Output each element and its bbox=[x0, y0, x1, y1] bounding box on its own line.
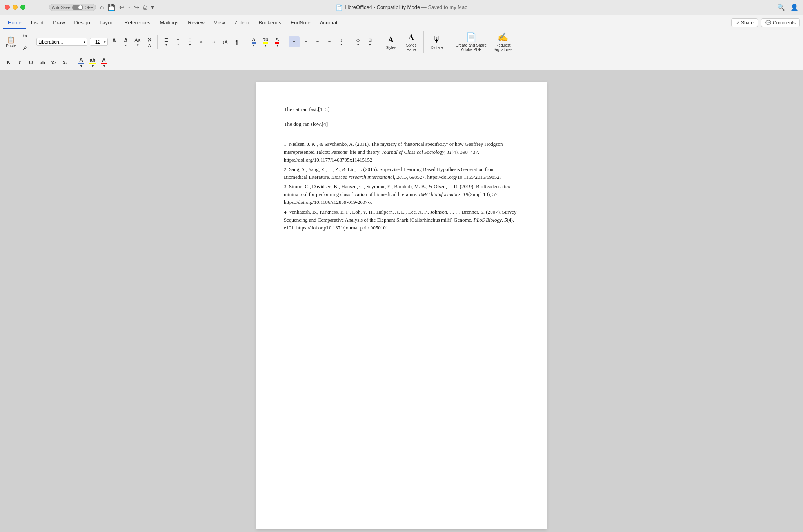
paste-group: 📋 Paste ✂ 🖌 bbox=[3, 31, 33, 53]
font-dropdown-icon[interactable]: ▾ bbox=[84, 40, 85, 44]
clear-format-button[interactable]: ✕A bbox=[144, 35, 155, 49]
dictate-label: Dictate bbox=[431, 45, 443, 50]
text-color-dropdown[interactable]: ▾ bbox=[276, 44, 278, 47]
tab-references[interactable]: References bbox=[120, 17, 155, 29]
indent-decrease-button[interactable]: ⇤ bbox=[196, 36, 207, 47]
font-color-button[interactable]: A ▾ bbox=[248, 35, 259, 49]
minimize-button[interactable] bbox=[13, 5, 18, 10]
numbering-button[interactable]: ≡▾ bbox=[173, 36, 183, 47]
highlight2-button[interactable]: ab ▾ bbox=[87, 56, 98, 69]
document-area[interactable]: The cat ran fast.[1–3] The dog ran slow.… bbox=[0, 70, 803, 532]
text-color-button[interactable]: A ▾ bbox=[272, 35, 283, 49]
tab-draw[interactable]: Draw bbox=[48, 17, 69, 29]
text-color2-button[interactable]: A ▾ bbox=[99, 56, 109, 69]
tab-view[interactable]: View bbox=[209, 17, 230, 29]
show-formatting-button[interactable]: ¶ bbox=[231, 36, 242, 47]
line-spacing-button[interactable]: ↕▾ bbox=[336, 36, 347, 47]
close-button[interactable] bbox=[5, 5, 10, 10]
tab-insert[interactable]: Insert bbox=[26, 17, 49, 29]
format-painter-button[interactable]: 🖌 bbox=[20, 42, 31, 53]
share-button[interactable]: ↗ Share bbox=[731, 18, 758, 27]
increase-font-button[interactable]: A+ bbox=[109, 36, 120, 48]
tab-acrobat[interactable]: Acrobat bbox=[315, 17, 342, 29]
autosave-toggle[interactable] bbox=[72, 5, 83, 10]
italic-button[interactable]: I bbox=[15, 58, 25, 68]
tab-mailings[interactable]: Mailings bbox=[155, 17, 183, 29]
tab-endnote[interactable]: EndNote bbox=[286, 17, 315, 29]
highlight-dropdown[interactable]: ▾ bbox=[265, 44, 267, 47]
superscript-button[interactable]: X2 bbox=[60, 58, 70, 68]
ref2-num: 2. bbox=[284, 166, 289, 172]
styles-pane-label: Styles Pane bbox=[406, 43, 416, 52]
undo-icon[interactable]: ↩ bbox=[119, 4, 124, 11]
styles-button[interactable]: 𝐀 Styles bbox=[381, 33, 401, 51]
font-size-dropdown-icon[interactable]: ▾ bbox=[104, 40, 106, 44]
redo-icon[interactable]: ↪ bbox=[134, 4, 139, 11]
font-size-select[interactable]: 12 ▾ bbox=[90, 38, 108, 46]
align-right-button[interactable]: ≡ bbox=[312, 36, 323, 47]
tab-home[interactable]: Home bbox=[3, 17, 26, 29]
font-color2-dropdown[interactable]: ▾ bbox=[80, 64, 82, 68]
text-color2-dropdown[interactable]: ▾ bbox=[103, 64, 105, 68]
undo-dropdown-icon[interactable]: ▾ bbox=[128, 5, 130, 9]
comments-button[interactable]: 💬 Comments bbox=[761, 18, 800, 27]
font-family-select[interactable]: Liberation... ▾ bbox=[36, 38, 87, 46]
align-center-button[interactable]: ≡ bbox=[300, 36, 311, 47]
decrease-font-button[interactable]: A- bbox=[120, 36, 131, 48]
cut-button[interactable]: ✂ bbox=[20, 31, 31, 42]
adobe-group: 📄 Create and Share Adobe PDF ✍ Request S… bbox=[452, 31, 518, 53]
traffic-lights[interactable] bbox=[5, 5, 25, 10]
toolbar-controls: AutoSave OFF ⌂ 💾 ↩ ▾ ↪ ⎙ ▾ bbox=[49, 4, 154, 11]
font-color2-button[interactable]: A ▾ bbox=[76, 56, 86, 69]
ref3-underline1: Davidsen bbox=[312, 183, 331, 189]
change-case-button[interactable]: Aa▾ bbox=[132, 36, 143, 48]
multilevel-button[interactable]: ⋮▾ bbox=[184, 36, 195, 48]
share-icon: ↗ bbox=[736, 20, 739, 25]
save-icon[interactable]: 💾 bbox=[107, 4, 115, 11]
tab-zotero[interactable]: Zotero bbox=[230, 17, 254, 29]
underline-button[interactable]: U bbox=[26, 58, 36, 68]
comments-label: Comments bbox=[773, 20, 796, 25]
shapes-group: ◇▾ ⊞▾ bbox=[352, 36, 378, 48]
tab-review[interactable]: Review bbox=[183, 17, 209, 29]
subscript-button[interactable]: X2 bbox=[49, 58, 59, 68]
highlight2-icon: ab bbox=[89, 57, 95, 63]
document-icon: 📄 bbox=[336, 4, 342, 11]
tab-bookends[interactable]: Bookends bbox=[254, 17, 286, 29]
account-icon[interactable]: 👤 bbox=[790, 4, 798, 11]
tab-design[interactable]: Design bbox=[70, 17, 95, 29]
indent-increase-button[interactable]: ⇥ bbox=[208, 36, 219, 47]
highlight2-dropdown[interactable]: ▾ bbox=[92, 64, 94, 68]
highlight-color-button[interactable]: ab ▾ bbox=[260, 35, 271, 49]
home-icon[interactable]: ⌂ bbox=[100, 4, 104, 11]
align-left-button[interactable]: ≡ bbox=[289, 36, 300, 47]
more-icon[interactable]: ▾ bbox=[151, 4, 154, 11]
create-share-pdf-button[interactable]: 📄 Create and Share Adobe PDF bbox=[452, 31, 490, 53]
create-share-label: Create and Share Adobe PDF bbox=[456, 43, 487, 52]
ribbon-right: ↗ Share 💬 Comments bbox=[731, 18, 800, 29]
ref3-num: 3. bbox=[284, 183, 289, 189]
dictate-group: 🎙 Dictate bbox=[427, 33, 449, 51]
separator1 bbox=[73, 58, 73, 67]
sort-button[interactable]: ↕A bbox=[220, 36, 231, 47]
bullets-button[interactable]: ☰▾ bbox=[161, 36, 172, 48]
font-color-dropdown[interactable]: ▾ bbox=[253, 44, 255, 47]
styles-pane-button[interactable]: 𝐀 Styles Pane bbox=[402, 31, 421, 53]
tab-layout[interactable]: Layout bbox=[95, 17, 120, 29]
table-button[interactable]: ⊞▾ bbox=[364, 36, 375, 48]
maximize-button[interactable] bbox=[20, 5, 25, 10]
paste-button[interactable]: 📋 Paste bbox=[3, 35, 19, 49]
reference-2: 2. Sang, S., Yang, Z., Li, Z., & Lin, H.… bbox=[284, 165, 519, 181]
justify-button[interactable]: ≡ bbox=[324, 36, 335, 47]
styles-highlight-group: A ▾ ab ▾ A ▾ bbox=[248, 35, 285, 49]
request-signatures-button[interactable]: ✍ Request Signatures bbox=[491, 31, 516, 53]
reference-4: 4. Venkatesh, B., Kirkness, E. F., Loh, … bbox=[284, 208, 519, 232]
ref1-num: 1. bbox=[284, 141, 289, 147]
shapes-button[interactable]: ◇▾ bbox=[352, 36, 363, 48]
ref4-underline2: Loh bbox=[352, 209, 360, 215]
dictate-button[interactable]: 🎙 Dictate bbox=[427, 33, 447, 51]
search-icon[interactable]: 🔍 bbox=[777, 4, 785, 11]
print-icon[interactable]: ⎙ bbox=[143, 4, 147, 11]
bold-button[interactable]: B bbox=[3, 58, 13, 68]
strikethrough-button[interactable]: ab bbox=[37, 58, 47, 68]
